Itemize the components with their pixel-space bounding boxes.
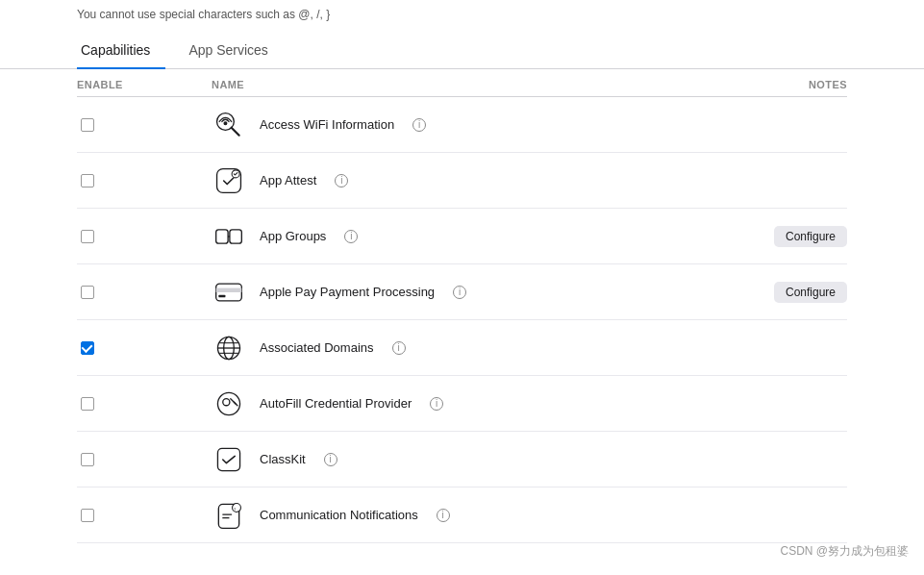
globe-icon <box>212 331 246 365</box>
enable-cell-apple-pay <box>77 286 212 299</box>
info-icon-classkit[interactable]: i <box>324 453 337 466</box>
svg-rect-6 <box>230 229 241 242</box>
table-row: Access WiFi Information i <box>77 97 847 153</box>
capabilities-table: ENABLE NAME NOTES Access WiFi Informatio… <box>0 69 924 543</box>
svg-text:!: ! <box>234 505 236 512</box>
capability-name-apple-pay: Apple Pay Payment Processing <box>260 285 435 299</box>
capability-name-autofill: AutoFill Credential Provider <box>260 396 412 411</box>
svg-rect-9 <box>216 288 242 291</box>
table-row: App Attest i <box>77 153 847 209</box>
capability-name-associated-domains: Associated Domains <box>260 340 374 355</box>
checkbox-comm-notifications[interactable] <box>81 509 94 522</box>
notes-cell-apple-pay: Configure <box>693 282 847 303</box>
info-icon-access-wifi[interactable]: i <box>412 118 426 132</box>
svg-line-19 <box>234 402 236 404</box>
checkbox-app-attest[interactable] <box>81 174 94 188</box>
svg-point-17 <box>223 398 230 405</box>
col-notes: NOTES <box>693 79 847 90</box>
tabs-bar: Capabilities App Services <box>0 33 924 69</box>
name-cell-app-attest: App Attest i <box>212 163 693 198</box>
name-cell-apple-pay: Apple Pay Payment Processing i <box>212 275 693 310</box>
checkbox-autofill[interactable] <box>81 397 94 411</box>
info-icon-app-groups[interactable]: i <box>344 230 358 243</box>
svg-line-1 <box>232 127 239 135</box>
name-cell-access-wifi: Access WiFi Information i <box>212 108 693 142</box>
app-groups-icon <box>212 219 246 254</box>
info-icon-comm-notifications[interactable]: i <box>437 509 450 522</box>
enable-cell-app-groups <box>77 230 212 243</box>
configure-button-apple-pay[interactable]: Configure <box>774 282 847 303</box>
table-header: ENABLE NAME NOTES <box>77 69 847 97</box>
classkit-icon <box>212 442 246 477</box>
top-note: You cannot use special characters such a… <box>0 0 924 33</box>
checkbox-app-groups[interactable] <box>81 230 94 243</box>
info-icon-apple-pay[interactable]: i <box>453 286 466 299</box>
col-name: NAME <box>212 79 693 90</box>
autofill-icon <box>212 387 246 421</box>
capability-name-classkit: ClassKit <box>260 452 306 466</box>
comm-notifications-icon: ! <box>212 498 246 533</box>
info-icon-autofill[interactable]: i <box>430 397 443 411</box>
table-row: AutoFill Credential Provider i <box>77 376 847 432</box>
name-cell-app-groups: App Groups i <box>212 219 693 254</box>
checkbox-access-wifi[interactable] <box>81 118 94 132</box>
capability-name-access-wifi: Access WiFi Information <box>260 117 394 132</box>
table-row: ClassKit i <box>77 432 847 488</box>
enable-cell-classkit <box>77 453 212 466</box>
svg-point-2 <box>224 121 227 124</box>
table-row: Associated Domains i <box>77 320 847 376</box>
name-cell-autofill: AutoFill Credential Provider i <box>212 387 693 421</box>
enable-cell-associated-domains <box>77 341 212 355</box>
name-cell-classkit: ClassKit i <box>212 442 693 477</box>
apple-pay-icon <box>212 275 246 310</box>
notes-cell-app-groups: Configure <box>693 226 847 247</box>
configure-button-app-groups[interactable]: Configure <box>774 226 847 247</box>
info-icon-app-attest[interactable]: i <box>335 174 348 188</box>
app-attest-icon <box>212 163 246 198</box>
name-cell-associated-domains: Associated Domains i <box>212 331 693 365</box>
enable-cell-autofill <box>77 397 212 411</box>
svg-rect-10 <box>218 294 225 297</box>
table-row: App Groups i Configure <box>77 209 847 264</box>
checkbox-classkit[interactable] <box>81 453 94 466</box>
name-cell-comm-notifications: ! Communication Notifications i <box>212 498 693 533</box>
tab-app-services[interactable]: App Services <box>185 33 283 69</box>
svg-rect-5 <box>216 229 228 242</box>
tab-capabilities[interactable]: Capabilities <box>77 33 165 69</box>
table-row: ! Communication Notifications i <box>77 488 847 543</box>
checkbox-associated-domains[interactable] <box>81 341 94 355</box>
col-enable: ENABLE <box>77 79 212 90</box>
wifi-magnify-icon <box>212 108 246 142</box>
capability-name-comm-notifications: Communication Notifications <box>260 508 418 522</box>
enable-cell-access-wifi <box>77 118 212 132</box>
info-icon-associated-domains[interactable]: i <box>392 341 406 355</box>
capability-name-app-groups: App Groups <box>260 229 326 243</box>
checkbox-apple-pay[interactable] <box>81 286 94 299</box>
enable-cell-comm-notifications <box>77 509 212 522</box>
capability-name-app-attest: App Attest <box>260 173 316 188</box>
enable-cell-app-attest <box>77 174 212 188</box>
svg-rect-20 <box>217 448 239 470</box>
table-row: Apple Pay Payment Processing i Configure <box>77 264 847 320</box>
